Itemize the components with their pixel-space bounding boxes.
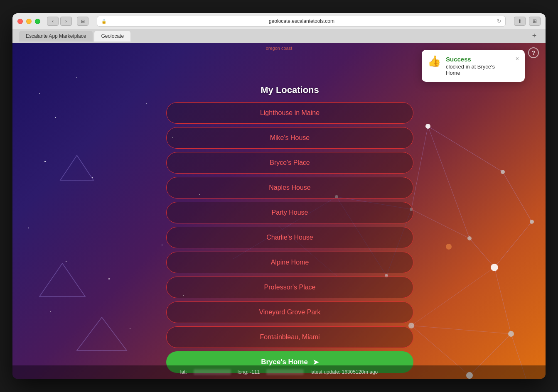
- location-item-alpine-home[interactable]: Alpine Home: [166, 252, 413, 273]
- location-item-party-house[interactable]: Party House: [166, 202, 413, 223]
- sidebar-toggle-button[interactable]: ⊟: [77, 17, 88, 26]
- minimize-button[interactable]: [26, 19, 32, 24]
- lat-value: [194, 369, 231, 375]
- toast-content: Success clocked in at Bryce's Home: [446, 56, 511, 76]
- lock-icon: 🔒: [101, 19, 106, 24]
- back-button[interactable]: ‹: [47, 17, 59, 26]
- location-item-mikes-house[interactable]: Mike's House: [166, 127, 413, 149]
- toast-body: clocked in at Bryce's Home: [446, 64, 511, 76]
- tab-escalante[interactable]: Escalante App Marketplace: [19, 31, 93, 42]
- toolbar-right: ⬆ ⊞: [514, 17, 541, 26]
- new-tab-button[interactable]: +: [530, 32, 539, 41]
- forward-button[interactable]: ›: [60, 17, 72, 26]
- location-item-charlies-house[interactable]: Charlie's House: [166, 227, 413, 248]
- locations-panel: My Locations Lighthouse in Maine Mike's …: [166, 85, 413, 373]
- lat-label: lat:: [180, 369, 187, 375]
- location-item-bryces-place[interactable]: Bryce's Place: [166, 152, 413, 174]
- location-item-fontainbleau[interactable]: Fontainbleau, Miami: [166, 326, 413, 348]
- help-button[interactable]: ?: [528, 47, 539, 58]
- share-button[interactable]: ⬆: [514, 17, 526, 26]
- location-item-lighthouse[interactable]: Lighthouse in Maine: [166, 102, 413, 124]
- address-bar[interactable]: 🔒 geolocate.escalantetools.com ↻: [97, 16, 506, 27]
- maximize-button[interactable]: [35, 19, 40, 24]
- tab-overview-button[interactable]: ⊞: [529, 17, 541, 26]
- url-text: geolocate.escalantetools.com: [109, 18, 494, 24]
- location-item-naples-house[interactable]: Naples House: [166, 177, 413, 198]
- update-label: latest update: 16305120m ago: [310, 369, 378, 375]
- toast-title: Success: [446, 56, 511, 63]
- traffic-lights: [17, 19, 40, 24]
- close-button[interactable]: [17, 19, 23, 24]
- nav-buttons: ‹ ›: [47, 17, 72, 26]
- success-toast: 👍 Success clocked in at Bryce's Home ×: [422, 50, 525, 82]
- tab-geolocate[interactable]: Geolocate: [94, 31, 130, 42]
- titlebar: ‹ › ⊟ 🔒 geolocate.escalantetools.com ↻ ⬆…: [12, 13, 546, 29]
- main-content: oregon coast My Locations Lighthouse in …: [12, 43, 546, 379]
- lng-label: long: -111: [238, 369, 260, 375]
- location-item-professors-place[interactable]: Professor's Place: [166, 277, 413, 298]
- panel-title: My Locations: [166, 85, 413, 96]
- thumbs-up-icon: 👍: [428, 56, 441, 66]
- active-location-label: Bryce's Home: [261, 358, 308, 366]
- tabbar: Escalante App Marketplace Geolocate +: [12, 29, 546, 43]
- status-bar: lat: long: -111 latest update: 16305120m…: [12, 365, 546, 379]
- lng-value: [266, 369, 304, 375]
- reload-button[interactable]: ↻: [497, 18, 501, 24]
- toast-close-button[interactable]: ×: [516, 56, 519, 61]
- location-item-vineyard-grove[interactable]: Vineyard Grove Park: [166, 301, 413, 323]
